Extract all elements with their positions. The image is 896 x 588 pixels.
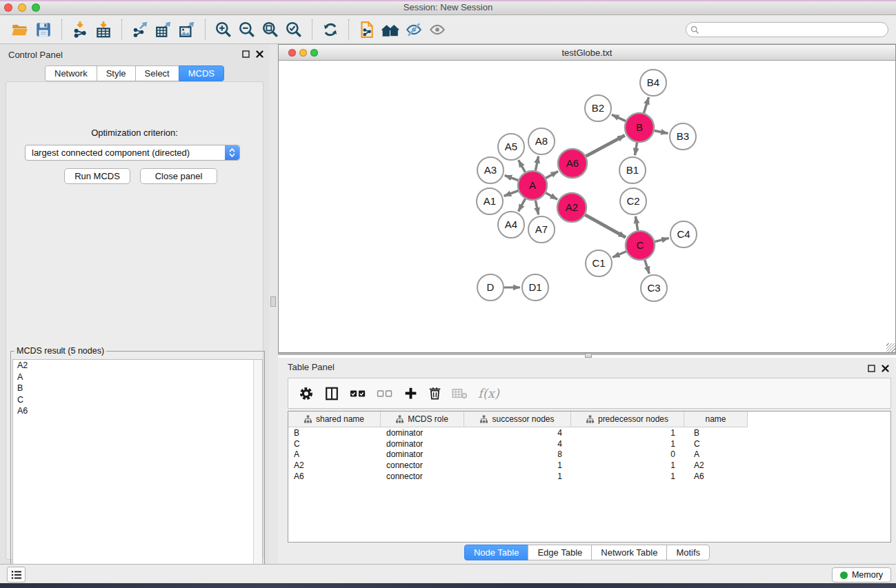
column-type-icon: [586, 415, 594, 423]
deselect-all-icon[interactable]: [377, 388, 393, 399]
hide-graphics-details-icon[interactable]: [402, 18, 426, 41]
graph-edge-B-B2[interactable]: [612, 114, 626, 121]
tab-network-table[interactable]: Network Table: [591, 545, 667, 560]
search-input[interactable]: [699, 23, 888, 36]
graph-edge-A-A8[interactable]: [535, 156, 538, 171]
import-table-icon[interactable]: [92, 18, 115, 41]
network-canvas[interactable]: AA1A3A5A8A4A7A6A2BB1B2B3B4CC1C2C3C4DD1: [279, 61, 895, 352]
column-browser-icon[interactable]: [324, 386, 339, 401]
result-scrollbar[interactable]: [253, 360, 262, 587]
mcds-result-item[interactable]: A: [13, 372, 262, 383]
delete-table-icon[interactable]: [452, 387, 468, 400]
table-cell: 0: [571, 449, 684, 459]
mcds-result-item[interactable]: B: [13, 383, 262, 394]
column-header-successor-nodes[interactable]: successor nodes: [464, 412, 571, 427]
graph-edge-C-C4[interactable]: [655, 238, 668, 241]
status-bar: Memory: [0, 564, 896, 583]
node-table: shared nameMCDS rolesuccessor nodesprede…: [288, 411, 891, 543]
control-panel-tabs: NetworkStyleSelectMCDS: [45, 65, 224, 81]
close-panel-button[interactable]: Close panel: [140, 168, 217, 184]
graph-edge-A2-C[interactable]: [585, 215, 626, 238]
main-toolbar: [0, 15, 896, 44]
network-from-file-icon[interactable]: [355, 18, 379, 41]
float-panel-icon[interactable]: [868, 363, 875, 375]
task-history-button[interactable]: [7, 567, 26, 582]
table-row[interactable]: A6connector11A6: [288, 471, 890, 482]
table-cell: 1: [571, 472, 684, 481]
graph-edge-A-A2[interactable]: [546, 193, 557, 199]
criterion-select[interactable]: largest connected component (directed): [25, 145, 240, 161]
delete-column-icon[interactable]: [428, 386, 441, 401]
splitter-handle[interactable]: [270, 296, 276, 307]
function-builder-icon[interactable]: f(x): [478, 386, 499, 401]
table-row[interactable]: A2connector11A2: [288, 460, 890, 471]
open-file-icon[interactable]: [8, 18, 32, 41]
zoom-selected-icon[interactable]: [282, 18, 306, 41]
graph-edge-C-C3[interactable]: [645, 260, 649, 274]
save-session-icon[interactable]: [32, 18, 55, 41]
graph-edge-C-C1[interactable]: [613, 252, 626, 258]
memory-button[interactable]: Memory: [832, 567, 891, 582]
import-network-icon[interactable]: [68, 18, 92, 41]
tab-mcds[interactable]: MCDS: [179, 65, 224, 81]
table-cell: dominator: [381, 449, 464, 459]
refresh-icon[interactable]: [319, 18, 342, 41]
table-cell: 1: [571, 460, 684, 470]
tab-node-table[interactable]: Node Table: [464, 545, 529, 560]
table-row[interactable]: Bdominator41B: [288, 427, 890, 438]
zoom-out-icon[interactable]: [235, 18, 259, 41]
run-mcds-button[interactable]: Run MCDS: [64, 168, 130, 184]
mcds-result-item[interactable]: C: [13, 394, 262, 406]
resize-grip-icon[interactable]: [886, 343, 895, 352]
graph-edge-A-A3[interactable]: [505, 175, 519, 180]
graph-edge-C-C2[interactable]: [635, 216, 637, 231]
table-cell: C: [684, 439, 748, 449]
splitter-handle[interactable]: [585, 353, 592, 358]
graph-edge-A-A7[interactable]: [535, 201, 538, 215]
table-cell: connector: [381, 460, 464, 470]
graph-node-label: C3: [647, 282, 660, 294]
vertical-splitter[interactable]: [269, 44, 278, 564]
table-cell: 8: [464, 449, 571, 459]
network-window-titlebar[interactable]: testGlobe.txt: [279, 45, 895, 61]
export-table-icon[interactable]: [152, 18, 175, 41]
zoom-in-icon[interactable]: [212, 18, 235, 41]
column-header-predecessor-nodes[interactable]: predecessor nodes: [571, 412, 684, 427]
mcds-result-title: MCDS result (5 nodes): [14, 346, 106, 356]
float-panel-icon[interactable]: [242, 50, 250, 58]
settings-gear-icon[interactable]: [299, 386, 314, 401]
add-column-icon[interactable]: [404, 386, 418, 401]
graph-node-label: A8: [535, 135, 548, 147]
graph-edge-B-B1[interactable]: [635, 143, 637, 156]
application-window: Session: New Session: [0, 0, 896, 588]
select-all-icon[interactable]: [350, 388, 366, 399]
graph-edge-A-A1[interactable]: [504, 191, 519, 196]
column-header-MCDS-role[interactable]: MCDS role: [381, 412, 464, 427]
graph-edge-A-A4[interactable]: [519, 199, 526, 211]
column-header-shared-name[interactable]: shared name: [288, 412, 381, 427]
home-view-icon[interactable]: [379, 18, 402, 41]
tab-style[interactable]: Style: [97, 65, 136, 81]
show-hide-icon[interactable]: [426, 18, 449, 41]
tab-edge-table[interactable]: Edge Table: [528, 545, 592, 560]
graph-edge-A6-B[interactable]: [586, 135, 624, 156]
mcds-result-item[interactable]: A2: [13, 360, 262, 372]
graph-edge-A-A5[interactable]: [519, 160, 526, 172]
graph-edge-A-A6[interactable]: [546, 172, 558, 179]
mcds-result-item[interactable]: A6: [13, 405, 262, 417]
close-panel-icon[interactable]: [882, 363, 889, 375]
graph-edge-B-B4[interactable]: [644, 97, 648, 113]
column-header-name[interactable]: name: [684, 412, 748, 427]
export-image-icon[interactable]: [175, 18, 199, 41]
tab-motifs[interactable]: Motifs: [666, 545, 710, 560]
search-icon: [690, 26, 699, 34]
tab-select[interactable]: Select: [135, 65, 179, 81]
table-row[interactable]: Cdominator41C: [288, 438, 890, 449]
export-network-icon[interactable]: [128, 18, 152, 41]
zoom-fit-icon[interactable]: [259, 18, 282, 41]
graph-edge-B-B3[interactable]: [655, 130, 668, 133]
horizontal-splitter[interactable]: [278, 353, 896, 358]
table-row[interactable]: Adominator80A: [288, 449, 890, 460]
tab-network[interactable]: Network: [45, 65, 97, 81]
close-panel-icon[interactable]: [256, 50, 263, 58]
